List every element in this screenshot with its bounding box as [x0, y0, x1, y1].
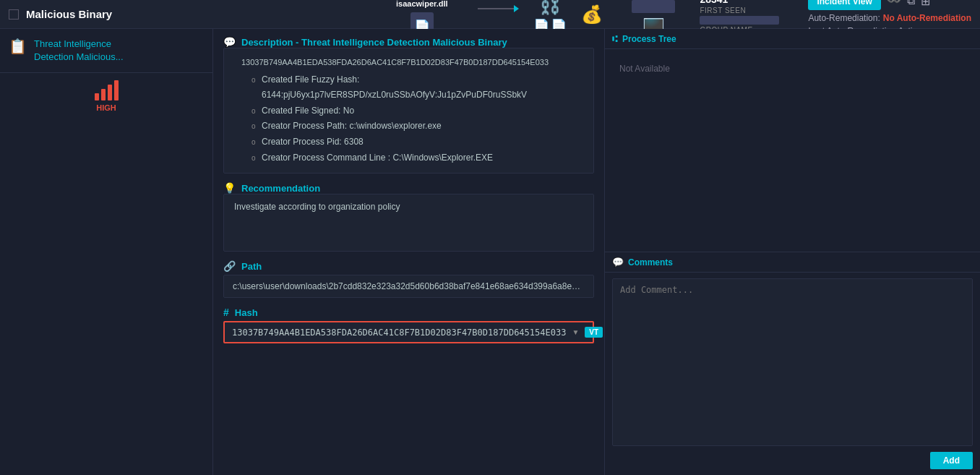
- left-sidebar: 📋 Threat Intelligence Detection Maliciou…: [0, 29, 213, 475]
- vt-button[interactable]: VT: [585, 327, 603, 338]
- alert-id-col: ALERT ID 28341: [700, 0, 735, 5]
- desc-hash: 13037B749AA4B1EDA538FDA26D6AC41C8F7B1D02…: [234, 56, 583, 69]
- select-all-checkbox[interactable]: [9, 9, 19, 20]
- hash-value: 13037B749AA4B1EDA538FDA26D6AC41C8F7B1D02…: [232, 328, 566, 338]
- hash-icon: #: [223, 307, 229, 318]
- top-bar: Malicious Binary MALICIOUS PROCESS isaac…: [0, 0, 980, 29]
- incident-view-row: Incident View 〰️ ⧉ ⊞: [808, 0, 971, 10]
- sidebar-item-label: Threat Intelligence Detection Malicious.…: [34, 38, 124, 64]
- money-connector: 💰: [581, 4, 603, 25]
- severity-block: HIGH: [0, 73, 212, 118]
- alert-doc-icon: 📋: [9, 38, 27, 55]
- right-side-panels: ⑆ Process Tree Not Available 💬 Comments …: [604, 29, 980, 475]
- bullet-2: Created File Signed: No: [252, 103, 583, 119]
- sbar-4: [114, 80, 119, 100]
- comments-label: Comments: [628, 257, 673, 268]
- money-bag-icon: 💰: [581, 4, 603, 25]
- first-seen-label: FIRST SEEN: [700, 7, 801, 14]
- not-available-text: Not Available: [605, 49, 980, 88]
- desc-bullets: Created File Fuzzy Hash: 6144:pjU6yx1p7l…: [234, 72, 583, 166]
- description-icon: 💬: [223, 36, 236, 48]
- sbar-3: [108, 85, 112, 100]
- comments-panel: 💬 Comments Add: [605, 252, 980, 475]
- chain-icon: ⛓️: [538, 0, 562, 14]
- sbar-1: [95, 93, 99, 100]
- description-section: 💬 Description - Threat Intelligence Dete…: [223, 36, 594, 174]
- recommendation-icon: 💡: [223, 182, 236, 194]
- grid-icon[interactable]: ⊞: [921, 0, 930, 8]
- bullet-5: Creator Process Command Line : C:\Window…: [252, 150, 583, 166]
- connector-1: [478, 5, 519, 12]
- comments-icon: 💬: [612, 257, 624, 268]
- bullet-4: Creator Process Pid: 6308: [252, 134, 583, 150]
- main-layout: 📋 Threat Intelligence Detection Maliciou…: [0, 29, 980, 475]
- recommendation-text: Investigate according to organization po…: [234, 202, 400, 212]
- path-title: 🔗 Path: [223, 260, 594, 272]
- hash-value-row: 13037B749AA4B1EDA538FDA26D6AC41C8F7B1D02…: [223, 321, 594, 343]
- path-icon: 🔗: [223, 260, 236, 272]
- recommendation-title: 💡 Recommendation: [223, 182, 594, 194]
- arrow-1: [514, 5, 519, 12]
- process-tree-label: Process Tree: [622, 34, 676, 44]
- copy-icon[interactable]: ⧉: [907, 0, 915, 8]
- first-seen-redacted: [700, 16, 779, 25]
- path-section: 🔗 Path c:\users\user\downloads\2b7cdd832…: [223, 260, 594, 298]
- comment-input-area: Add: [605, 273, 980, 475]
- line-1: [478, 8, 514, 9]
- incident-view-button[interactable]: Incident View: [808, 0, 880, 10]
- path-value: c:\users\user\downloads\2b7cdd832e323a32…: [223, 275, 594, 298]
- threat-intel-sidebar-item[interactable]: 📋 Threat Intelligence Detection Maliciou…: [0, 29, 212, 73]
- auto-rem-value: No Auto-Remediation: [883, 13, 971, 23]
- bullet-1: Created File Fuzzy Hash: 6144:pjU6yx1p7l…: [252, 72, 583, 103]
- add-comment-button[interactable]: Add: [930, 452, 973, 469]
- auto-rem-row: Auto-Remediation: No Auto-Remediation: [808, 13, 971, 23]
- process-tree-panel: ⑆ Process Tree Not Available: [605, 29, 980, 252]
- pulse-icon[interactable]: 〰️: [887, 0, 901, 8]
- alert-id-value: 28341: [700, 0, 735, 5]
- host-redacted: [632, 0, 675, 13]
- process-tree-icon: ⑆: [612, 33, 618, 44]
- alert-id-row: ALERT ID 28341: [700, 0, 801, 5]
- recommendation-section: 💡 Recommendation Investigate according t…: [223, 182, 594, 252]
- process-name: isaacwiper.dll: [396, 0, 448, 8]
- add-btn-row: Add: [612, 452, 973, 469]
- process-tree-title-bar: ⑆ Process Tree: [605, 29, 980, 49]
- top-action-icons: 〰️ ⧉ ⊞: [887, 0, 930, 8]
- detail-content: 💬 Description - Threat Intelligence Dete…: [213, 29, 604, 475]
- severity-bar: [95, 79, 119, 100]
- bullet-3: Creator Process Path: c:\windows\explore…: [252, 119, 583, 134]
- comments-title-bar: 💬 Comments: [605, 252, 980, 273]
- hash-section: # Hash 13037B749AA4B1EDA538FDA26D6AC41C8…: [223, 307, 594, 343]
- first-seen-row: FIRST SEEN: [700, 7, 801, 25]
- description-box: 13037B749AA4B1EDA538FDA26D6AC41C8F7B1D02…: [223, 48, 594, 174]
- hash-title: # Hash: [223, 307, 594, 318]
- page-title: Malicious Binary: [26, 8, 356, 20]
- add-comment-input[interactable]: [612, 278, 973, 446]
- sbar-2: [101, 89, 106, 100]
- hash-down-icon[interactable]: ▼: [572, 328, 579, 336]
- recommendation-box: Investigate according to organization po…: [223, 194, 594, 252]
- severity-label: HIGH: [96, 103, 116, 112]
- description-title: 💬 Description - Threat Intelligence Dete…: [223, 36, 594, 48]
- auto-rem-label: Auto-Remediation:: [808, 13, 880, 23]
